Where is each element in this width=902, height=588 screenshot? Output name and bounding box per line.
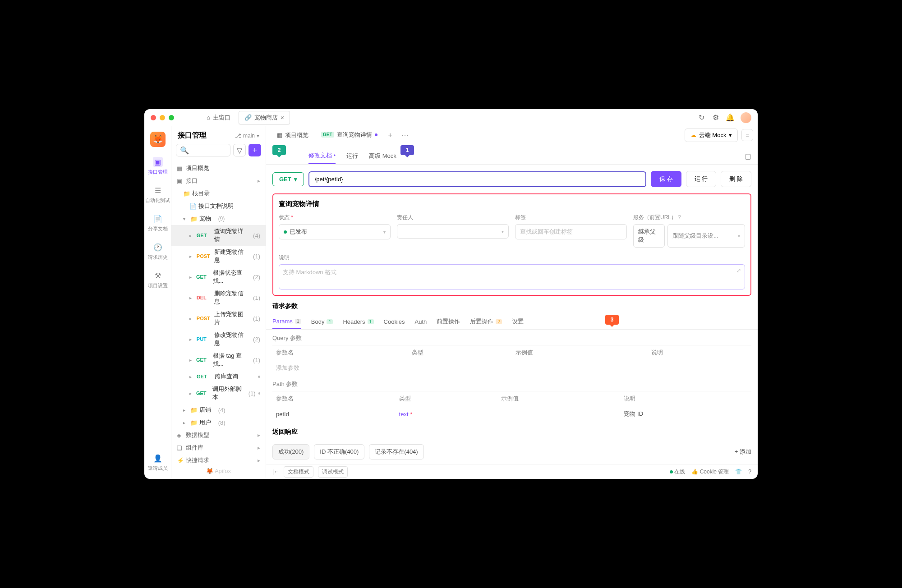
nav-label: 接口管理 xyxy=(148,169,168,175)
delete-button[interactable]: 删 除 xyxy=(721,171,751,187)
annotation-3: 3 xyxy=(605,315,619,325)
filter-button[interactable]: ▽ xyxy=(233,144,246,156)
nav-project-settings[interactable]: ⚒项目设置 xyxy=(148,271,168,289)
help-icon[interactable]: ? xyxy=(748,469,751,475)
reqtab-设置[interactable]: 设置 xyxy=(512,314,524,329)
response-heading: 返回响应 xyxy=(266,422,758,440)
reqtab-auth[interactable]: Auth xyxy=(415,314,427,329)
env-config-button[interactable]: ≡ xyxy=(741,129,753,141)
expand-icon[interactable]: ⤢ xyxy=(736,267,741,274)
save-button[interactable]: 保 存 xyxy=(651,171,681,187)
subtab-run[interactable]: 运行 xyxy=(346,148,358,164)
sidebar-quick-req[interactable]: ⚡快捷请求 ▸ xyxy=(171,454,266,463)
sidebar-api-item[interactable]: ▸GET跨库查询 xyxy=(171,370,266,383)
maximize-window[interactable] xyxy=(169,115,174,120)
status-select[interactable]: 已发布▾ xyxy=(279,224,391,239)
sidebar-folder-user[interactable]: ▸📁用户 (8) xyxy=(171,416,266,429)
minimize-window[interactable] xyxy=(160,115,165,120)
path-table: 参数名类型示例值说明 petId text * 宠物 ID xyxy=(266,391,758,422)
avatar[interactable] xyxy=(741,112,751,123)
resptab[interactable]: ID 不正确(400) xyxy=(314,444,364,459)
cookie-manage[interactable]: 👍 Cookie 管理 xyxy=(691,468,729,476)
sidebar-components[interactable]: ❑组件库 ▸ xyxy=(171,441,266,454)
sidebar-folder-shop[interactable]: ▸📁店铺 (4) xyxy=(171,404,266,416)
close-tab-icon[interactable]: × xyxy=(281,114,284,121)
owner-select[interactable]: ▾ xyxy=(397,224,509,239)
add-response-button[interactable]: + 添加 xyxy=(735,448,751,456)
tab-api-detail[interactable]: GET 查询宠物详情 xyxy=(315,126,384,144)
request-params-heading: 请求参数 xyxy=(266,296,758,314)
debug-mode-button[interactable]: 调试模式 xyxy=(318,466,348,478)
sidebar: 接口管理 ⎇ main ▾ 🔍 ▽ + ▦项目概览 ▣接口 ▸ 📁根目录 📄接口… xyxy=(171,126,266,479)
service-inherit[interactable]: 继承父级 xyxy=(633,224,665,248)
window-controls xyxy=(151,115,174,120)
nav-auto-test[interactable]: ☰自动化测试 xyxy=(145,185,170,204)
sidebar-api-item[interactable]: ▸POST新建宠物信息 (1) xyxy=(171,246,266,266)
sidebar-folder-pet[interactable]: ▾📁宠物 (9) xyxy=(171,212,266,225)
nav-label: 项目设置 xyxy=(148,282,168,289)
doc-mode-button[interactable]: 文档模式 xyxy=(284,466,313,478)
table-row[interactable]: petId text * 宠物 ID xyxy=(272,406,751,422)
sidebar-api-item[interactable]: ▸GET调用外部脚本 (1) xyxy=(171,383,266,404)
tab-pet-store[interactable]: 🔗 宠物商店 × xyxy=(239,111,290,124)
reqtab-后置操作[interactable]: 后置操作2 xyxy=(470,314,502,329)
nav-req-history[interactable]: 🕐请求历史 xyxy=(148,242,168,261)
subtab-edit-doc[interactable]: 修改文档 • xyxy=(308,148,336,164)
sidebar-api-item[interactable]: ▸POST上传宠物图片 (1) xyxy=(171,308,266,329)
nav-invite[interactable]: 👤邀请成员 xyxy=(148,453,168,472)
desc-label: 说明 xyxy=(279,254,745,262)
close-window[interactable] xyxy=(151,115,156,120)
sidebar-overview[interactable]: ▦项目概览 xyxy=(171,162,266,175)
resptab[interactable]: 记录不存在(404) xyxy=(369,444,423,459)
new-tab-button[interactable]: + xyxy=(384,131,397,139)
description-textarea[interactable]: 支持 Markdown 格式 ⤢ xyxy=(279,264,745,289)
nav-label: 自动化测试 xyxy=(145,197,170,204)
add-query-param[interactable]: 添加参数 xyxy=(266,360,758,376)
resptab[interactable]: 成功(200) xyxy=(272,444,309,459)
reqtab-body[interactable]: Body1 xyxy=(311,314,333,329)
url-input[interactable] xyxy=(308,171,646,187)
add-button[interactable]: + xyxy=(249,144,261,156)
sidebar-data-model[interactable]: ◈数据模型 ▸ xyxy=(171,429,266,441)
refresh-icon[interactable]: ↻ xyxy=(697,114,705,122)
sidebar-api-item[interactable]: ▸GET查询宠物详情 (4) xyxy=(171,225,266,246)
sidebar-api-root[interactable]: ▣接口 ▸ xyxy=(171,175,266,187)
sidebar-api-item[interactable]: ▸GET根据 tag 查找... (1) xyxy=(171,349,266,370)
tab-project-overview[interactable]: ▦项目概览 xyxy=(271,126,315,144)
tab-label: 主窗口 xyxy=(213,114,230,122)
annotation-1: 1 xyxy=(400,145,414,155)
run-button[interactable]: 运 行 xyxy=(686,171,717,187)
method-badge: GET xyxy=(321,132,334,138)
footer-tshirt-icon[interactable]: 👕 xyxy=(735,469,742,475)
sidebar-root-dir[interactable]: 📁根目录 xyxy=(171,187,266,200)
branch-selector[interactable]: ⎇ main ▾ xyxy=(235,133,259,139)
subtab-advanced-mock[interactable]: 高级 Mock xyxy=(369,148,396,164)
collapse-icon[interactable]: |← xyxy=(272,469,279,475)
nav-api-manage[interactable]: ▣接口管理 xyxy=(148,157,168,175)
nav-share-doc[interactable]: 📄分享文档 xyxy=(148,214,168,232)
method-selector[interactable]: GET ▾ xyxy=(272,172,304,186)
more-tabs-button[interactable]: ⋯ xyxy=(397,131,413,139)
sidebar-api-item[interactable]: ▸PUT修改宠物信息 (2) xyxy=(171,329,266,349)
sidebar-api-item[interactable]: ▸GET根据状态查找... (2) xyxy=(171,266,266,287)
settings-icon[interactable]: ⚙ xyxy=(712,114,720,122)
sidebar-title: 接口管理 xyxy=(178,131,207,140)
service-label: 服务（前置URL） xyxy=(633,214,676,220)
bell-icon[interactable]: 🔔 xyxy=(726,114,734,122)
search-input[interactable]: 🔍 xyxy=(176,144,230,156)
sidebar-api-doc[interactable]: 📄接口文档说明 xyxy=(171,200,266,212)
tags-input[interactable]: 查找或回车创建标签 xyxy=(515,224,627,239)
reqtab-params[interactable]: Params1 xyxy=(272,314,301,329)
tab-main-window[interactable]: ⌂ 主窗口 xyxy=(201,111,236,124)
titlebar: ⌂ 主窗口 🔗 宠物商店 × ↻ ⚙ 🔔 xyxy=(144,109,758,126)
detail-panel: 查询宠物详情 状态 * 已发布▾ 责任人 ▾ 标签 查找或回车创建标签 xyxy=(272,193,751,296)
env-selector[interactable]: ☁云端 Mock ▾ xyxy=(685,129,738,142)
nav-label: 邀请成员 xyxy=(148,465,168,472)
reqtab-headers[interactable]: Headers1 xyxy=(343,314,373,329)
reqtab-cookies[interactable]: Cookies xyxy=(384,314,405,329)
panel-toggle-icon[interactable]: ▢ xyxy=(745,152,751,161)
reqtab-前置操作[interactable]: 前置操作 xyxy=(437,314,460,329)
service-follow[interactable]: 跟随父级目录设...▾ xyxy=(667,224,745,248)
tab-label: 宠物商店 xyxy=(254,114,278,122)
sidebar-api-item[interactable]: ▸DEL删除宠物信息 (1) xyxy=(171,287,266,308)
